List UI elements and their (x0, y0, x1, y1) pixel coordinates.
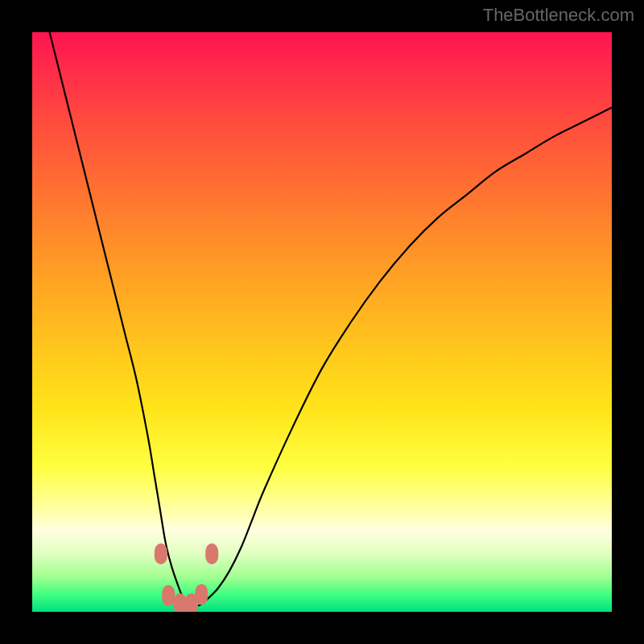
bottleneck-curve (50, 32, 612, 606)
watermark-text: TheBottleneck.com (483, 5, 634, 26)
data-marker (174, 593, 187, 612)
plot-area (32, 32, 612, 612)
data-marker (162, 585, 175, 606)
data-marker (205, 543, 218, 564)
data-marker (195, 584, 208, 605)
chart-container: TheBottleneck.com (0, 0, 644, 644)
curve-layer (32, 32, 612, 612)
data-marker (155, 543, 167, 564)
